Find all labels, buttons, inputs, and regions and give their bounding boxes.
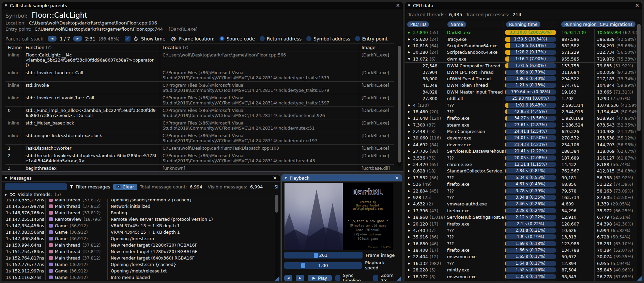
expand-icon[interactable]: ▶ <box>407 163 411 166</box>
cpu-table-row[interactable]: ▶ 17,396 (43) firefox.exe 2.28 s (0.24%)… <box>405 207 637 214</box>
expand-icon[interactable]: ▶ <box>407 117 411 120</box>
expand-icon[interactable]: ▶ <box>407 183 411 186</box>
collapse-icon[interactable]: ▼ <box>5 4 7 7</box>
cpu-table-row[interactable]: ▶ 928 (25) ??? 3.34 s (0.35%) 163,734 87… <box>405 194 637 201</box>
cpu-table-row[interactable]: ▶ 18,460 (20) ??? 42.85 s (4.45%) 2,344,… <box>405 109 637 115</box>
zoom-2x-control[interactable]: Zoom 2× <box>373 273 399 281</box>
close-icon[interactable]: × <box>396 3 400 8</box>
col-header-location[interactable]: Location (?) <box>160 44 359 51</box>
col-header-image[interactable]: Image <box>359 44 394 51</box>
message-row[interactable]: 1s 147,255,145ns RemoteView (18,796) Rem… <box>2 216 280 222</box>
resize-grip[interactable] <box>637 276 642 281</box>
cpu-table-row[interactable]: ▶ 20,120 (17) firefox.exe 2.1 s (0.22%) … <box>405 220 637 227</box>
messages-titlebar[interactable]: ▼ Messages × <box>2 174 280 182</box>
cpu-table-row[interactable]: ▶ 22,404 (12) msvsmon.exe 1.65 s (0.17%)… <box>405 253 637 260</box>
cpu-table-row[interactable]: ▶ 18,172 (8) msvsmon.exe 1.35 s (0.14%) … <box>405 273 637 280</box>
expand-icon[interactable]: ▶ <box>407 216 411 219</box>
expand-icon[interactable]: ▶ <box>407 249 411 252</box>
col-header-name[interactable]: Name <box>447 21 466 27</box>
callstack-frame-row[interactable]: inline Floor::CalcLight::__l4::<lambda_5… <box>5 51 394 69</box>
messages-scrollbar[interactable] <box>275 194 279 279</box>
expand-icon[interactable]: ▶ <box>407 169 411 172</box>
sync-timeline-control[interactable]: Sync timeline <box>335 273 370 281</box>
callstack-frame-row[interactable]: inline std::_Mutex_base::lock C:\Program… <box>5 119 394 132</box>
callstack-frame-row[interactable]: inline std::_Invoker_functor::_Call C:\P… <box>5 69 394 82</box>
cpu-table-row[interactable]: ▶ 30,060 (116) devenv.exe 24.01 s (2.50%… <box>405 135 637 141</box>
cpu-table-row[interactable]: ▶ 27,736 (88) ServiceHub.DataWarehouse 2… <box>405 148 637 154</box>
callstack-frame-row[interactable]: 0 std::_Func_impl_no_alloc<<lambda_5bc22… <box>5 107 394 119</box>
col-header-frame[interactable]: Frame <box>5 44 23 51</box>
expand-icon[interactable]: ▶ <box>407 44 411 47</box>
expand-icon[interactable]: ▶ <box>407 136 411 139</box>
expand-icon[interactable]: ▶ <box>407 262 411 265</box>
cpu-table-row[interactable]: ▶ 30,380 (24) ScriptedSandbox64.exe 1:28… <box>405 49 637 55</box>
callstack-scrollbar[interactable] <box>397 45 401 167</box>
cpu-table-row[interactable]: 41,348 DWM Token Thread 1.21 s (0.13%) 1… <box>405 82 637 88</box>
cpu-table-row[interactable]: ▶ 28,228 (5) mintty.exe 1.52 s (0.16%) 8… <box>405 267 637 273</box>
callstack-titlebar[interactable]: ▼ Call stack sample parents × <box>2 2 403 9</box>
expand-icon[interactable]: ▶ <box>407 242 411 245</box>
expand-icon[interactable]: ▶ <box>407 196 411 199</box>
play-button[interactable]: ▶ Play <box>308 275 332 281</box>
show-time-checkbox[interactable]: ✓ <box>125 36 131 41</box>
expand-icon[interactable]: ▼ <box>407 57 411 61</box>
cpu-table-row[interactable]: ▶ 4,632 (2) vmware-authd.exe 2.46 s (0.2… <box>405 201 637 207</box>
expand-icon[interactable]: ▶ <box>407 51 411 54</box>
callstack-frame-row[interactable]: 2 std::thread::_Invoke<std::tuple<<lambd… <box>5 152 394 165</box>
playback-titlebar[interactable]: ▼ Playback × <box>282 174 402 182</box>
cpu-table-row[interactable]: ▶ 10,816 (64) ScriptedSandbox64.exe 1:28… <box>405 43 637 49</box>
cpu-table-row[interactable]: ▶ 4,740 (37) ??? 2.01 s (0.21%) 10,626 6… <box>405 227 637 234</box>
cpu-table-row[interactable]: ▶ 17,532 (56) ??? 5.34 s (0.55%) 90,181 … <box>405 174 637 181</box>
message-row[interactable]: 1s 147,400,846ns Game (36,912) Opening /… <box>2 235 280 242</box>
frame-image-slider[interactable]: 261 <box>284 252 363 259</box>
playback-speed-slider[interactable]: 1.00 <box>284 262 362 269</box>
scrollbar-thumb[interactable] <box>398 46 401 163</box>
expand-icon[interactable]: ▶ <box>407 229 411 232</box>
expand-icon[interactable]: ▶ <box>407 202 411 205</box>
scrollbar-thumb[interactable] <box>637 24 641 131</box>
expand-icon[interactable]: ▶ <box>407 222 411 226</box>
cpu-table-row[interactable]: 38,000 uDWM Event Thread 3.86 s (0.40%) … <box>405 76 637 82</box>
expand-icon[interactable]: ▶ <box>407 143 411 146</box>
callstack-frame-row[interactable]: inline std::_Invoker_ret<void,1>::_Call … <box>5 94 394 107</box>
cpu-table-row[interactable]: ▶ 22,804 (45) ??? 3.78 s (0.39%) 79,578 … <box>405 187 637 194</box>
cpu-table-row[interactable]: ▶ 4 (120) ??? 1:01.9 (6.43%) 2,593,314 1… <box>405 102 637 108</box>
next-callstack-button[interactable]: ▶ <box>73 36 82 41</box>
collapse-icon[interactable]: ▼ <box>285 177 287 180</box>
frame-location-radio[interactable]: Symbol address <box>306 36 350 41</box>
cpu-table-row[interactable]: ▶ 37,840 (55) DarkRL.exe 33:30.8 (208.96… <box>405 29 637 36</box>
message-row[interactable]: 1s 153,116,87ns Game (36,912) Intro menu… <box>2 274 280 280</box>
frame-location-radio[interactable]: Entry point <box>355 36 388 41</box>
close-icon[interactable]: × <box>273 176 277 181</box>
expand-icon[interactable]: ▶ <box>407 38 411 41</box>
cpu-table-row[interactable]: 27,800 ntdll.dll 25.93 ms (0.00%) 1,702 … <box>405 95 637 102</box>
cpu-table-row[interactable]: 34,028 DWM Master Input Thread 799.64 ms… <box>405 89 637 95</box>
frame-location-radio[interactable]: Source code <box>219 36 255 41</box>
message-row[interactable]: 1s 152,776,777ns Game (36,912) Opening /… <box>2 261 280 268</box>
scrollbar-thumb[interactable] <box>275 195 278 213</box>
close-icon[interactable]: × <box>395 176 399 181</box>
expand-icon[interactable]: ▶ <box>407 156 411 160</box>
callstack-frame-row[interactable]: inline std::unique_lock<std::mutex>::loc… <box>5 132 394 145</box>
sync-timeline-checkbox[interactable] <box>335 275 340 281</box>
expand-icon[interactable]: ▶ <box>407 150 411 153</box>
message-row[interactable]: 1s 151,754,784ns Main thread (37,812) Ne… <box>2 248 280 255</box>
expand-icon[interactable]: ▶ <box>407 268 411 271</box>
message-row[interactable]: 1s 146,576,766ns Main thread (37,812) Bo… <box>2 210 280 216</box>
collapse-icon[interactable]: ▼ <box>5 177 7 180</box>
cpu-table-row[interactable]: ▶ 11,648 (120) firefox.exe 34.27 s (3.56… <box>405 115 637 121</box>
step-forward-button[interactable]: ▶ <box>296 275 304 281</box>
cpu-table-row[interactable]: 27,548 DWM Compositor Thread 1:03.5 (6.6… <box>405 62 637 69</box>
message-row[interactable]: 1s 152,764,817ns Main thread (37,812) Ne… <box>2 255 280 261</box>
col-header-running-time[interactable]: Running time <box>506 21 540 27</box>
cpu-table-row[interactable]: ▶ 7,300 (37) steam.exe 27.61 s (2.87%) 1… <box>405 121 637 128</box>
callstack-frame-row[interactable]: 3 beginthreadex [unknown] [ucrtbase.dll] <box>5 165 394 172</box>
cpu-table-row[interactable]: ▶ 18,968 (1,018) ServiceHub.SettingsHost… <box>405 214 637 220</box>
expand-icon[interactable]: ▶ <box>407 235 411 238</box>
collapse-icon[interactable]: ▼ <box>408 4 410 7</box>
cpu-table-row[interactable]: ▶ 35,916 (36) ??? 1.8 s (0.19%) 13,313 6… <box>405 234 637 240</box>
expand-icon[interactable]: ▶ <box>407 176 411 179</box>
cpu-table-row[interactable]: ▶ 34,420 (65) chrome.exe 11.11 s (1.15%)… <box>405 161 637 168</box>
col-header-cpu-migrations[interactable]: CPU migrations <box>597 21 635 27</box>
cpu-table-row[interactable]: ▶ 2,448 (18) MemCompression 24.41 s (2.5… <box>405 128 637 135</box>
